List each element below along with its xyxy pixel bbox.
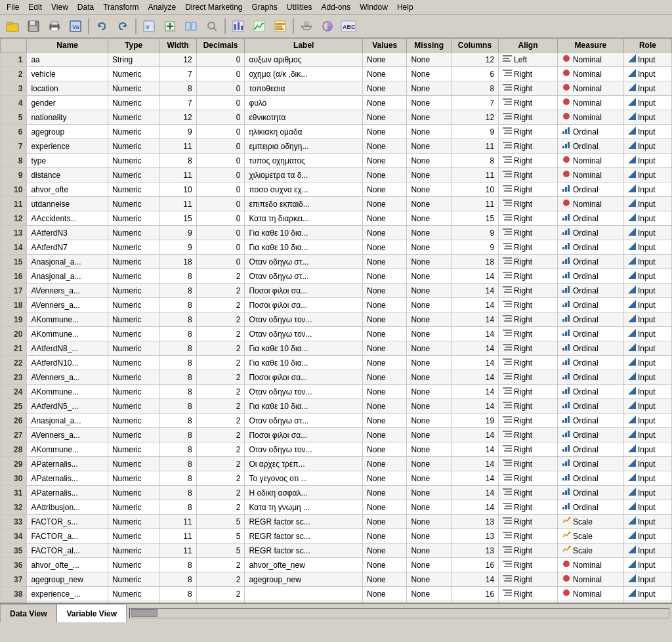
cell-type[interactable]: Numeric — [108, 587, 159, 601]
cell-width[interactable]: 8 — [159, 471, 196, 486]
cell-width[interactable]: 8 — [159, 298, 196, 312]
cell-label[interactable]: REGR factor sc... — [245, 515, 363, 529]
find-btn[interactable] — [202, 17, 222, 35]
cell-columns[interactable]: 14 — [451, 341, 498, 356]
table-row[interactable]: 2 vehicle Numeric 7 0 οχημα (α/κ ,δικ...… — [1, 67, 672, 81]
cell-measure[interactable]: Nominal — [557, 558, 623, 572]
table-row[interactable]: 6 agegroup Numeric 9 0 ηλικιακη ομαδα No… — [1, 125, 672, 139]
cell-width[interactable]: 11 — [159, 544, 196, 558]
cell-name[interactable]: vehicle — [27, 67, 108, 81]
cell-width[interactable]: 8 — [159, 399, 196, 414]
cell-decimals[interactable]: 0 — [196, 211, 245, 226]
cell-role[interactable]: Input — [623, 125, 671, 139]
table-row[interactable]: 25 AAtferdN5_... Numeric 8 2 Για καθε 10… — [1, 399, 672, 414]
cell-align[interactable]: Right — [499, 500, 558, 515]
cell-role[interactable]: Input — [623, 110, 671, 125]
cell-width[interactable]: 8 — [159, 486, 196, 500]
table-row[interactable]: 38 experience_... Numeric 8 2 None None … — [1, 587, 672, 601]
cell-measure[interactable]: Ordinal — [557, 298, 623, 312]
cell-name[interactable]: AAtferdN3 — [27, 226, 108, 240]
cell-measure[interactable]: Ordinal — [557, 211, 623, 226]
cell-width[interactable]: 11 — [159, 515, 196, 529]
cell-columns[interactable]: 14 — [451, 284, 498, 298]
table-row[interactable]: 7 experience Numeric 11 0 εμπειρια οδηγη… — [1, 139, 672, 154]
cell-label[interactable]: φυλο — [245, 96, 363, 110]
cell-columns[interactable]: 14 — [451, 457, 498, 471]
cell-label[interactable]: εθνικοτητα — [245, 110, 363, 125]
cell-columns[interactable]: 14 — [451, 298, 498, 312]
cell-align[interactable]: Right — [499, 428, 558, 442]
cell-name[interactable]: AAtferdN5_... — [27, 399, 108, 414]
cell-measure[interactable]: Ordinal — [557, 370, 623, 385]
cell-values[interactable]: None — [363, 312, 407, 327]
cell-name[interactable]: AAtferdN8_... — [27, 341, 108, 356]
cell-label[interactable]: αυξων αριθμος — [245, 53, 363, 67]
table-row[interactable]: 4 gender Numeric 7 0 φυλο None None 7 Ri… — [1, 96, 672, 110]
print-btn[interactable] — [45, 17, 64, 35]
table-row[interactable]: 28 AKommune... Numeric 8 2 Οταν οδηγω το… — [1, 442, 672, 457]
cell-role[interactable]: Input — [623, 471, 671, 486]
cell-align[interactable]: Right — [499, 284, 558, 298]
cell-measure[interactable]: Ordinal — [557, 341, 623, 356]
cell-missing[interactable]: None — [407, 284, 451, 298]
cell-role[interactable]: Input — [623, 255, 671, 269]
table-row[interactable]: 35 FACTOR_al... Numeric 11 5 REGR factor… — [1, 544, 672, 558]
cell-name[interactable]: location — [27, 81, 108, 96]
cell-decimals[interactable]: 2 — [196, 269, 245, 284]
cell-missing[interactable]: None — [407, 197, 451, 211]
cell-decimals[interactable]: 2 — [196, 385, 245, 399]
menu-view[interactable]: View — [47, 1, 72, 13]
cell-measure[interactable]: Ordinal — [557, 356, 623, 370]
cell-type[interactable]: Numeric — [108, 341, 159, 356]
cell-type[interactable]: Numeric — [108, 471, 159, 486]
cell-type[interactable]: Numeric — [108, 414, 159, 428]
cell-name[interactable]: agegroup — [27, 125, 108, 139]
cell-columns[interactable]: 12 — [451, 110, 498, 125]
cell-columns[interactable]: 12 — [451, 53, 498, 67]
cell-columns[interactable]: 14 — [451, 385, 498, 399]
cell-type[interactable]: Numeric — [108, 197, 159, 211]
cell-missing[interactable]: None — [407, 327, 451, 341]
cell-values[interactable]: None — [363, 125, 407, 139]
cell-decimals[interactable]: 2 — [196, 284, 245, 298]
cell-type[interactable]: Numeric — [108, 457, 159, 471]
cell-values[interactable]: None — [363, 370, 407, 385]
cell-decimals[interactable]: 2 — [196, 298, 245, 312]
cell-type[interactable]: Numeric — [108, 515, 159, 529]
cell-columns[interactable]: 9 — [451, 240, 498, 255]
cell-decimals[interactable]: 5 — [196, 544, 245, 558]
table-row[interactable]: 1 aa String 12 0 αυξων αριθμος None None… — [1, 53, 672, 67]
cell-type[interactable]: Numeric — [108, 356, 159, 370]
cell-align[interactable]: Right — [499, 544, 558, 558]
cell-missing[interactable]: None — [407, 500, 451, 515]
cell-decimals[interactable]: 5 — [196, 515, 245, 529]
cell-decimals[interactable]: 2 — [196, 558, 245, 572]
cell-width[interactable]: 8 — [159, 414, 196, 428]
table-row[interactable]: 26 Anasjonal_a... Numeric 8 2 Οταν οδηγω… — [1, 414, 672, 428]
cell-values[interactable]: None — [363, 572, 407, 587]
cell-missing[interactable]: None — [407, 341, 451, 356]
cell-measure[interactable]: Ordinal — [557, 182, 623, 197]
cell-values[interactable]: None — [363, 226, 407, 240]
cell-columns[interactable]: 14 — [451, 327, 498, 341]
cell-missing[interactable]: None — [407, 298, 451, 312]
cell-align[interactable]: Right — [499, 572, 558, 587]
cell-label[interactable]: τυπος οχηματος — [245, 154, 363, 168]
cell-label[interactable]: Για καθε 10 δια... — [245, 341, 363, 356]
cell-width[interactable]: 8 — [159, 327, 196, 341]
col3-btn[interactable] — [270, 17, 290, 35]
cell-label[interactable]: REGR factor sc... — [245, 529, 363, 544]
cell-decimals[interactable]: 2 — [196, 428, 245, 442]
table-row[interactable]: 37 agegroup_new Numeric 8 2 agegroup_new… — [1, 572, 672, 587]
cell-measure[interactable]: Ordinal — [557, 139, 623, 154]
cell-type[interactable]: Numeric — [108, 284, 159, 298]
table-row[interactable]: 10 ahvor_ofte Numeric 10 0 ποσο συχνα εχ… — [1, 182, 672, 197]
cell-missing[interactable]: None — [407, 442, 451, 457]
cell-align[interactable]: Right — [499, 211, 558, 226]
cell-missing[interactable]: None — [407, 428, 451, 442]
table-row[interactable]: 29 APaternalis... Numeric 8 2 Οι αρχες τ… — [1, 457, 672, 471]
table-row[interactable]: 19 AKommune... Numeric 8 2 Οταν οδηγω το… — [1, 312, 672, 327]
menu-direct-marketing[interactable]: Direct Marketing — [181, 1, 246, 13]
cell-role[interactable]: Input — [623, 226, 671, 240]
cell-name[interactable]: AAtferdN7 — [27, 240, 108, 255]
